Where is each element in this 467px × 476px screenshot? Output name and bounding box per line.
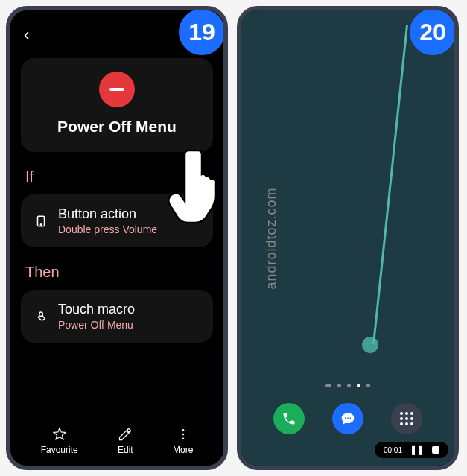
then-label: Then: [25, 264, 213, 281]
page-dot: [366, 384, 370, 387]
phone-app-icon[interactable]: [273, 403, 305, 434]
svg-point-2: [182, 429, 184, 431]
nav-favourite-label: Favourite: [41, 445, 78, 455]
routine-title: Power Off Menu: [36, 118, 198, 136]
apps-drawer-icon[interactable]: [391, 403, 422, 434]
nav-more[interactable]: More: [173, 427, 193, 455]
stop-icon[interactable]: [432, 446, 439, 454]
power-button[interactable]: [226, 115, 228, 156]
gesture-trail: [372, 25, 408, 344]
page-dot: [337, 384, 341, 387]
touch-macro-icon: [34, 310, 48, 323]
page-dot: [347, 384, 351, 387]
pencil-icon: [118, 427, 133, 442]
svg-point-1: [40, 223, 42, 225]
recording-bar[interactable]: 00:01 ❚❚: [375, 442, 448, 458]
phone-left: 19 ‹ Power Off Menu If Button action Dou…: [6, 6, 228, 470]
page-indicator: [325, 384, 370, 387]
bottom-nav: Favourite Edit More: [21, 427, 213, 455]
nav-more-label: More: [173, 445, 193, 455]
gesture-end-dot: [362, 337, 378, 353]
then-action-sub: Power Off Menu: [58, 319, 200, 331]
nav-favourite[interactable]: Favourite: [41, 427, 78, 455]
dock: [241, 403, 454, 434]
nav-edit[interactable]: Edit: [118, 427, 133, 455]
recording-time: 00:01: [384, 446, 402, 454]
step-badge: 20: [410, 9, 456, 55]
messages-app-icon[interactable]: [332, 403, 363, 434]
watermark: androidtoz.com: [264, 187, 279, 289]
page-dot: [325, 384, 331, 387]
more-icon: [176, 427, 191, 442]
routine-header-card: Power Off Menu: [21, 58, 213, 152]
button-action-icon: [34, 215, 48, 228]
hand-pointer-icon: [167, 145, 226, 226]
pause-icon[interactable]: ❚❚: [410, 445, 425, 455]
then-action-card[interactable]: Touch macro Power Off Menu: [21, 290, 213, 343]
star-icon: [52, 427, 67, 442]
step-badge: 19: [179, 9, 225, 55]
nav-edit-label: Edit: [118, 445, 133, 455]
minus-circle-icon: [99, 72, 135, 107]
svg-point-4: [182, 438, 184, 440]
svg-point-3: [182, 434, 184, 436]
page-dot-active: [357, 384, 360, 387]
routine-detail-screen: ‹ Power Off Menu If Button action Double…: [10, 10, 223, 466]
then-action-title: Touch macro: [58, 302, 200, 317]
then-text: Touch macro Power Off Menu: [58, 302, 200, 331]
